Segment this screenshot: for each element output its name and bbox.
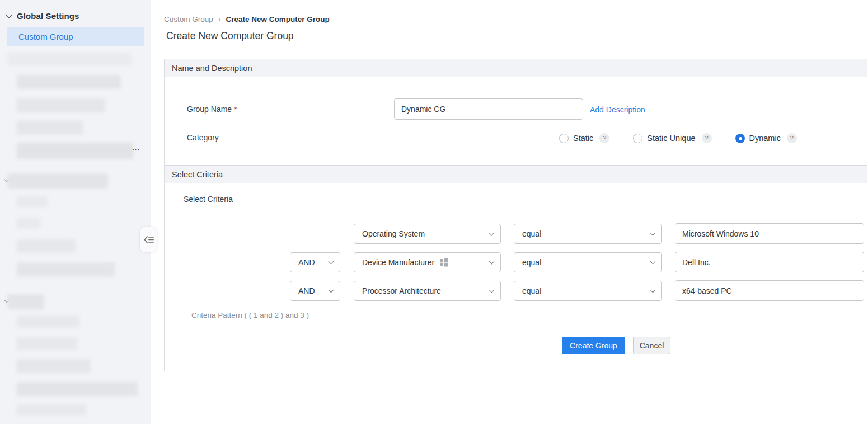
breadcrumb: Custom Group › Create New Computer Group: [164, 15, 330, 23]
section-header-label: Select Criteria: [172, 170, 223, 179]
radio-unselected-icon[interactable]: [559, 134, 569, 143]
redacted-sidebar-item: [17, 98, 105, 112]
redacted-sidebar-item: [17, 196, 48, 207]
create-group-button[interactable]: Create Group: [562, 337, 625, 354]
group-name-label: Group Name*: [187, 105, 237, 114]
attribute-select[interactable]: Processor Architecture: [354, 281, 501, 301]
redacted-sidebar-item: [7, 53, 132, 65]
section-header-name-description: Name and Description: [165, 59, 867, 77]
join-operator-select[interactable]: AND: [290, 252, 340, 272]
help-icon[interactable]: ?: [702, 133, 712, 143]
join-operator-select[interactable]: AND: [290, 281, 340, 301]
sidebar-group-global-settings[interactable]: Global Settings: [6, 11, 79, 21]
help-icon[interactable]: ?: [599, 133, 609, 143]
sidebar-group-label: Global Settings: [17, 11, 79, 21]
attribute-select[interactable]: Operating System: [354, 224, 501, 244]
redacted-sidebar-item: [17, 143, 133, 159]
redacted-sidebar-item: [17, 218, 40, 229]
help-icon[interactable]: ?: [787, 133, 797, 143]
attribute-select[interactable]: Device Manufacturer: [354, 252, 501, 272]
chevron-down-icon: [489, 259, 495, 265]
redacted-sidebar-item: [17, 75, 121, 89]
sidebar-more-indicator[interactable]: ...: [132, 143, 140, 152]
redacted-sidebar-item: [17, 404, 86, 416]
sidebar: Global Settings Custom Group ...: [0, 0, 151, 424]
collapse-sidebar-icon: [144, 235, 154, 244]
sidebar-collapse-button[interactable]: [140, 227, 157, 252]
section-header-label: Name and Description: [172, 64, 252, 73]
redacted-sidebar-item: [17, 121, 83, 135]
redacted-sidebar-item: [17, 315, 79, 328]
radio-option-dynamic[interactable]: Dynamic ?: [735, 133, 797, 143]
chevron-down-icon: [489, 288, 495, 293]
radio-option-static-unique[interactable]: Static Unique ?: [633, 133, 711, 143]
sidebar-item-label: Custom Group: [18, 32, 73, 41]
redacted-sidebar-item: [17, 359, 91, 373]
required-asterisk: *: [234, 105, 237, 114]
redacted-sidebar-group: [7, 294, 44, 309]
chevron-down-icon: [329, 259, 334, 265]
criteria-value-input[interactable]: [675, 252, 864, 272]
chevron-down-icon: [329, 288, 334, 293]
chevron-down-icon: [650, 288, 656, 293]
redacted-sidebar-item: [17, 239, 76, 252]
radio-option-static[interactable]: Static ?: [559, 133, 609, 143]
radio-selected-icon[interactable]: [735, 134, 745, 143]
radio-unselected-icon[interactable]: [633, 134, 642, 143]
breadcrumb-custom-group[interactable]: Custom Group: [164, 15, 213, 23]
redacted-sidebar-group: [7, 173, 108, 189]
chevron-down-icon: [650, 259, 656, 265]
windows-logo-icon: [440, 258, 448, 267]
cancel-button[interactable]: Cancel: [633, 337, 670, 354]
operator-select[interactable]: equal: [514, 224, 662, 244]
add-description-link[interactable]: Add Description: [590, 105, 645, 114]
criteria-pattern-text: Criteria Pattern ( ( 1 and 2 ) and 3 ): [191, 311, 309, 319]
redacted-sidebar-item: [17, 382, 138, 396]
sidebar-item-custom-group[interactable]: Custom Group: [7, 27, 144, 46]
redacted-sidebar-item: [17, 262, 115, 277]
breadcrumb-current: Create New Computer Group: [226, 15, 329, 23]
chevron-down-icon: [650, 230, 656, 236]
section-header-select-criteria: Select Criteria: [165, 165, 867, 183]
page-title: Create New Computer Group: [166, 30, 294, 42]
operator-select[interactable]: equal: [514, 281, 662, 301]
category-radio-group: Static ? Static Unique ? Dynamic ?: [559, 133, 797, 143]
chevron-down-icon: [6, 12, 12, 18]
breadcrumb-separator-icon: ›: [218, 15, 221, 23]
operator-select[interactable]: equal: [514, 252, 662, 272]
chevron-down-icon: [489, 230, 495, 236]
category-label: Category: [187, 133, 219, 142]
app-root: Global Settings Custom Group ...: [0, 0, 868, 424]
select-criteria-label: Select Criteria: [184, 195, 233, 204]
group-name-input[interactable]: [394, 98, 583, 120]
redacted-sidebar-item: [17, 337, 77, 350]
criteria-value-input[interactable]: [675, 223, 864, 244]
form-panel: Name and Description Group Name* Add Des…: [164, 59, 867, 371]
criteria-value-input[interactable]: [675, 280, 864, 301]
